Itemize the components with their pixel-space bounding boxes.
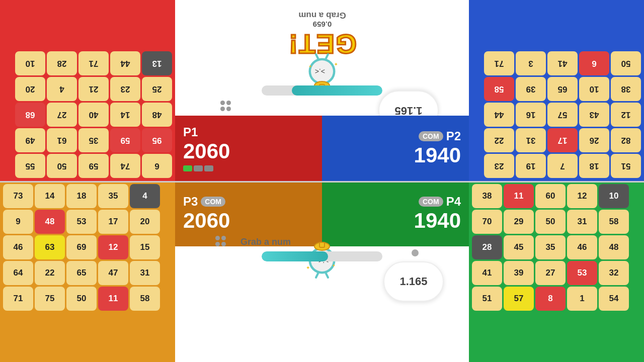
- board-cell: 25: [142, 77, 172, 101]
- board-cell: 10: [579, 77, 609, 101]
- board-cell: 1: [567, 287, 597, 311]
- svg-text:✦: ✦: [332, 263, 336, 268]
- board-cell: 31: [567, 210, 597, 234]
- board-cell: 23: [484, 154, 514, 178]
- board-cell: 75: [35, 287, 65, 311]
- board-p4: 3811601210702950315828453546484139275332…: [469, 181, 644, 362]
- dots-icon-bottom: [215, 236, 226, 246]
- gray-dot: [412, 249, 419, 256]
- board-cell: 51: [611, 154, 641, 178]
- board-cell: 23: [110, 77, 140, 101]
- svg-text:✦: ✦: [308, 64, 312, 68]
- score-p1: P1 2060: [175, 116, 322, 181]
- progress-bar-bottom-container: [262, 251, 382, 261]
- center-bottom: P3 COM 2060 COM P4 1940 >.<: [175, 181, 469, 362]
- board-cell: 51: [472, 287, 502, 311]
- board-cell: 48: [35, 210, 65, 234]
- grab-text-top: Grab a num: [298, 10, 346, 20]
- board-cell: 53: [66, 210, 97, 234]
- board-cell: 10: [599, 184, 629, 208]
- board-cell: 54: [599, 287, 629, 311]
- board-p3: 7314183549485317204663691215642265473171…: [0, 181, 175, 362]
- board-cell: 39: [516, 77, 546, 101]
- board-cell: 44: [110, 51, 140, 75]
- svg-text:✦: ✦: [334, 61, 338, 67]
- board-cell: 6: [579, 51, 609, 75]
- p2-label: COM P2: [419, 129, 461, 143]
- p4-label: COM P4: [419, 195, 461, 209]
- board-cell: 48: [599, 235, 629, 259]
- board-cell: 32: [599, 261, 629, 285]
- board-cell: 53: [567, 261, 597, 285]
- board-cell: 50: [611, 51, 641, 75]
- board-cell: 64: [3, 261, 33, 285]
- dots-icon-top: [220, 101, 231, 111]
- p4-score: 1940: [414, 209, 461, 233]
- speech-bubble-bottom: 1.165: [383, 261, 444, 302]
- board-cell: 13: [142, 51, 172, 75]
- board-cell: 18: [66, 184, 97, 208]
- board-cell: 40: [78, 103, 109, 127]
- board-cell: 60: [535, 184, 566, 208]
- game-screen: 6745950559559356149481440276825232142013…: [0, 0, 644, 362]
- board-cell: 47: [98, 261, 128, 285]
- board-cell: 82: [611, 128, 641, 152]
- board-cell: 45: [504, 235, 534, 259]
- board-cell: 26: [579, 128, 609, 152]
- board-cell: 14: [35, 184, 65, 208]
- board-cell: 41: [547, 51, 578, 75]
- board-p2: 5118719238226173122124357164438106539585…: [469, 0, 644, 181]
- board-cell: 11: [504, 184, 534, 208]
- board-cell: 31: [516, 128, 546, 152]
- board-cell: 8: [535, 287, 566, 311]
- speed-value: 0.659: [312, 20, 332, 29]
- board-cell: 65: [547, 77, 578, 101]
- progress-bar-bottom-fill: [262, 251, 328, 261]
- board-cell: 21: [78, 77, 109, 101]
- board-cell: 16: [516, 103, 546, 127]
- center-top: GET! 0.659 Grab a num >.< ✦ ✦: [175, 0, 469, 181]
- board-cell: 15: [130, 235, 160, 259]
- board-cell: 71: [3, 287, 33, 311]
- p2-com-badge: COM: [419, 131, 443, 141]
- board-cell: 31: [130, 261, 160, 285]
- grab-area-bottom: Grab a num: [240, 237, 291, 247]
- board-cell: 22: [484, 128, 514, 152]
- board-cell: 27: [535, 261, 566, 285]
- p4-com-badge: COM: [419, 197, 443, 207]
- board-cell: 22: [35, 261, 65, 285]
- board-cell: 41: [472, 261, 502, 285]
- p3-label: P3 COM: [183, 195, 314, 209]
- grab-text-bottom: Grab a num: [240, 237, 291, 247]
- board-cell: 3: [516, 51, 546, 75]
- score-p2: COM P2 1940: [322, 116, 469, 181]
- board-cell: 29: [504, 210, 534, 234]
- progress-bar-top-container: [262, 85, 382, 96]
- board-cell: 39: [504, 261, 534, 285]
- p3-com-badge: COM: [201, 197, 225, 207]
- board-cell: 10: [15, 51, 45, 75]
- board-cell: 74: [110, 154, 140, 178]
- board-cell: 18: [579, 154, 609, 178]
- p2-score: 1940: [414, 143, 461, 167]
- board-cell: 95: [142, 128, 172, 152]
- board-cell: 27: [47, 103, 77, 127]
- board-cell: 12: [567, 184, 597, 208]
- board-cell: 65: [66, 261, 97, 285]
- board-cell: 58: [599, 210, 629, 234]
- board-cell: 59: [78, 154, 109, 178]
- h-divider: [0, 181, 644, 183]
- board-cell: 19: [516, 154, 546, 178]
- bubble-value-bottom: 1.165: [399, 275, 427, 288]
- p1-score: 2060: [183, 139, 314, 163]
- board-cell: 59: [110, 128, 140, 152]
- board-cell: 50: [535, 210, 566, 234]
- p1-label: P1: [183, 125, 314, 139]
- board-cell: 11: [98, 287, 128, 311]
- board-cell: 46: [567, 235, 597, 259]
- svg-rect-13: [319, 242, 325, 247]
- board-cell: 61: [47, 128, 77, 152]
- board-cell: 6: [142, 154, 172, 178]
- board-cell: 12: [611, 103, 641, 127]
- board-p1: 6745950559559356149481440276825232142013…: [0, 0, 175, 181]
